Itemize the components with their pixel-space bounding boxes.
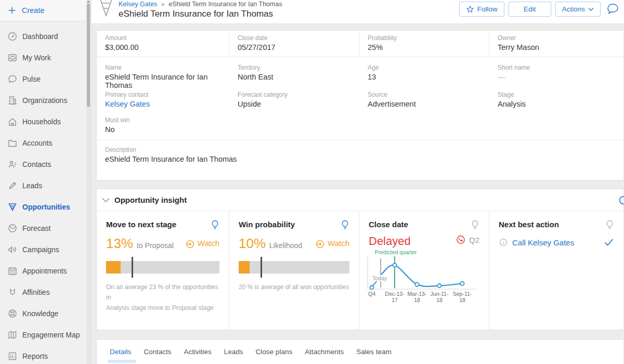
svg-text:Today: Today xyxy=(372,275,387,281)
tab-details[interactable]: Details xyxy=(110,348,131,363)
card-move-to-next-stage: Move to next stage 13% to Proposal Watch xyxy=(97,211,229,330)
lifebuoy-icon xyxy=(7,308,18,319)
sidebar-item-engagement-map[interactable]: Engagement Map xyxy=(0,324,90,345)
field-close-date: Close date 05/27/2017 xyxy=(229,31,359,57)
insight-header: Opportunity insight xyxy=(97,189,623,211)
field-description: Description eShield Term Insurance for I… xyxy=(97,140,623,169)
edit-button[interactable]: Edit xyxy=(509,2,551,17)
average-marker xyxy=(261,257,262,278)
collapse-chevron-icon[interactable] xyxy=(102,198,110,203)
trend-down-icon xyxy=(456,235,466,245)
field-must-win: Must win No xyxy=(97,111,623,140)
page-header: Kelsey Gates » eShield Term Insurance fo… xyxy=(92,0,624,24)
sidebar-item-my-work[interactable]: My Work xyxy=(0,47,90,68)
create-button[interactable]: Create xyxy=(0,0,90,21)
header-actions: Follow Edit Actions xyxy=(455,2,620,17)
page-title: eShield Term Insurance for Ian Thomas xyxy=(119,9,282,19)
svg-text:Dec-13-: Dec-13- xyxy=(385,291,405,297)
tabs-row: Details Contacts Activities Leads Close … xyxy=(97,340,623,363)
tab-sales-team[interactable]: Sales team xyxy=(356,348,392,363)
sidebar-item-dashboard[interactable]: Dashboard xyxy=(0,25,90,47)
tab-activities[interactable]: Activities xyxy=(184,348,212,363)
calendar-icon xyxy=(7,266,18,276)
breadcrumb-link[interactable]: Kelsey Gates xyxy=(119,1,157,8)
megaphone-icon xyxy=(7,244,18,255)
record-tabs-panel: Details Contacts Activities Leads Close … xyxy=(96,339,624,364)
field-name: Name eShield Term Insurance for Ian Thom… xyxy=(97,57,229,84)
inbox-icon xyxy=(7,53,18,63)
field-short-name: Short name — xyxy=(489,57,623,84)
scrollbar-thumb[interactable] xyxy=(87,4,90,107)
field-stage: Stage Analysis xyxy=(489,84,623,111)
svg-text:18: 18 xyxy=(459,297,465,303)
refresh-icon[interactable] xyxy=(618,194,624,206)
field-primary-contact: Primary contact Kelsey Gates xyxy=(97,84,229,111)
pie-icon xyxy=(7,223,18,233)
sidebar-item-opportunities[interactable]: Opportunities xyxy=(0,196,90,217)
primary-contact-link[interactable]: Kelsey Gates xyxy=(105,100,221,108)
info-icon xyxy=(499,238,508,247)
delayed-status: Delayed xyxy=(369,235,411,248)
watch-button-win[interactable]: Watch xyxy=(315,238,349,248)
field-forecast-category: Forecast category Upside xyxy=(229,84,359,111)
sidebar-item-accounts[interactable]: Accounts xyxy=(0,132,90,153)
average-marker xyxy=(132,257,133,278)
pencil-icon xyxy=(7,180,18,191)
funnel-icon xyxy=(7,202,18,212)
breadcrumb-current: eShield Term Insurance for Ian Thomas xyxy=(168,1,282,8)
win-progress-bar xyxy=(239,261,349,274)
sidebar-scrollbar[interactable] xyxy=(86,0,90,364)
star-icon xyxy=(466,5,474,14)
chat-bubble-icon[interactable] xyxy=(606,2,620,16)
sidebar-item-pulse[interactable]: Pulse xyxy=(0,68,90,89)
svg-text:18: 18 xyxy=(436,297,443,303)
header-text: Kelsey Gates » eShield Term Insurance fo… xyxy=(119,1,282,19)
sidebar-item-organizations[interactable]: Organizations xyxy=(0,89,90,111)
tab-attachments[interactable]: Attachments xyxy=(305,348,344,363)
sidebar-item-campaigns[interactable]: Campaigns xyxy=(0,239,90,260)
opportunity-funnel-icon xyxy=(98,0,114,18)
win-percentage: 10% xyxy=(239,236,266,252)
lightbulb-icon xyxy=(341,220,349,230)
move-percentage: 13% xyxy=(106,236,133,252)
chevron-down-icon xyxy=(588,7,594,11)
sidebar-item-households[interactable]: Households xyxy=(0,111,90,132)
sidebar-item-reports[interactable]: Reports xyxy=(0,345,90,364)
svg-text:Mar-13-: Mar-13- xyxy=(408,291,427,297)
insight-cards: Move to next stage 13% to Proposal Watch xyxy=(97,211,623,330)
actions-button[interactable]: Actions xyxy=(555,2,601,17)
svg-text:Jun-11-: Jun-11- xyxy=(431,291,449,297)
sidebar-item-contacts[interactable]: Contacts xyxy=(0,153,90,175)
field-owner: Owner Terry Mason xyxy=(489,31,623,57)
field-source: Source Advertisement xyxy=(359,84,489,111)
progress-fill xyxy=(239,261,250,274)
lightbulb-icon xyxy=(605,220,614,230)
follow-button[interactable]: Follow xyxy=(459,2,504,17)
sidebar-item-leads[interactable]: Leads xyxy=(0,175,90,196)
sidebar-nav: Dashboard My Work Pulse Organizations Ho… xyxy=(0,21,90,364)
tab-contacts[interactable]: Contacts xyxy=(144,348,171,363)
call-action-link[interactable]: Call Kelsey Gates xyxy=(512,238,574,247)
field-age: Age 13 xyxy=(359,57,489,84)
win-caption: 20 % is average of all won opportunities xyxy=(239,282,349,292)
sidebar: Create Dashboard My Work Pulse Organizat… xyxy=(0,0,91,364)
insight-title: Opportunity insight xyxy=(114,196,187,204)
watch-button-move[interactable]: Watch xyxy=(185,238,219,248)
sidebar-item-appointments[interactable]: Appointments xyxy=(0,260,90,281)
breadcrumb-separator: » xyxy=(161,1,165,8)
map-icon xyxy=(7,330,18,340)
sidebar-item-forecast[interactable]: Forecast xyxy=(0,217,90,239)
scroll-up-arrow[interactable] xyxy=(87,1,90,3)
svg-text:Sep-11-: Sep-11- xyxy=(453,291,472,297)
tab-leads[interactable]: Leads xyxy=(224,348,243,363)
accept-check-icon[interactable] xyxy=(604,238,614,247)
plus-icon xyxy=(7,6,17,15)
svg-text:Q4: Q4 xyxy=(368,291,375,297)
tab-close-plans[interactable]: Close plans xyxy=(256,348,293,363)
sidebar-item-knowledge[interactable]: Knowledge xyxy=(0,303,90,324)
house-icon xyxy=(7,116,18,127)
sidebar-item-affinities[interactable]: Affinities xyxy=(0,281,90,303)
svg-text:17: 17 xyxy=(392,297,398,303)
building-icon xyxy=(7,95,18,106)
lightbulb-icon xyxy=(471,220,479,230)
